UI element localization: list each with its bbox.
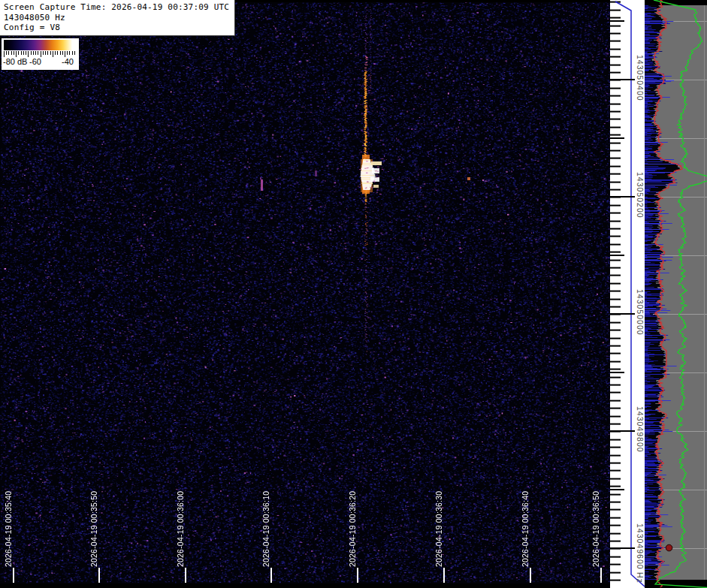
spectrogram-waterfall[interactable] [0,0,610,588]
colorbar-label: -80 dB [3,57,27,66]
freq-major-tick [610,547,635,549]
freq-major-tick [610,79,635,80]
freq-mid-tick [610,20,624,22]
freq-major-tick [610,196,635,198]
amplitude-colorbar: -80 dB-60-40 [2,38,79,70]
capture-info-box: Screen Capture Time: 2026-04-19 00:37:09… [0,0,235,36]
freq-mid-tick [610,372,624,373]
config-text: Config = V8 [4,23,234,33]
capture-time-text: Screen Capture Time: 2026-04-19 00:37:09… [4,2,234,13]
colorbar-label: -40 [62,57,74,66]
colorbar-ticks [4,51,77,57]
freq-major-tick [610,313,635,315]
center-frequency-text: 143048050 Hz [4,13,234,23]
frequency-ruler[interactable]: Hz 1430504001430502001430500001430498001… [610,0,645,588]
freq-mid-tick [610,489,624,490]
freq-axis-label: 143050000 [633,289,645,336]
freq-mid-tick [610,137,624,139]
freq-axis-unit: Hz [633,572,645,583]
freq-axis-label: 143049600 [633,523,645,570]
spectrum-graph[interactable] [645,0,707,588]
freq-major-tick [610,430,635,432]
colorbar-gradient[interactable] [4,40,77,50]
colorbar-label: -60 [29,57,41,66]
freq-mid-tick [610,255,624,256]
freq-axis-label: 143049800 [633,406,645,453]
spectrum-lab-window: Screen Capture Time: 2026-04-19 00:37:09… [0,0,707,588]
freq-axis-label: 143050400 [633,55,645,101]
freq-axis-label: 143050200 [633,172,645,219]
